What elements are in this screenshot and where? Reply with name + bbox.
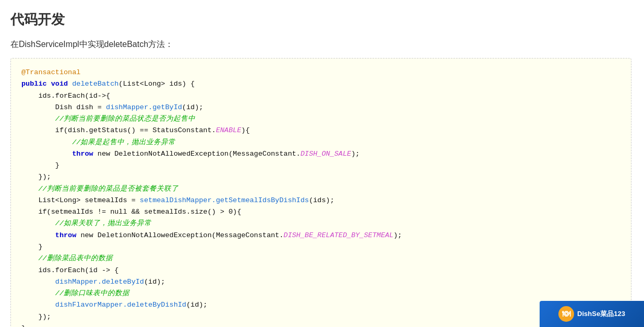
code-line: }); xyxy=(21,171,621,183)
code-line: Dish dish = dishMapper.getById(id); xyxy=(21,102,621,113)
code-line: List<Long> setmealIds = setmealDishMappe… xyxy=(21,195,621,206)
code-line: //删除菜品表中的数据 xyxy=(21,253,621,264)
code-line: dishFlavorMapper.deleteByDishId(id); xyxy=(21,299,621,311)
code-line: throw new DeletionNotAllowedException(Me… xyxy=(21,148,621,160)
code-line: } xyxy=(21,241,621,253)
code-line: //如果关联了，抛出业务异常 xyxy=(21,218,621,229)
watermark-icon: 🍽 xyxy=(558,306,574,322)
code-line: dishMapper.deleteById(id); xyxy=(21,276,621,288)
watermark-text: DishSe菜品123 xyxy=(577,309,625,319)
code-line: }); xyxy=(21,311,621,323)
watermark: 🍽 DishSe菜品123 xyxy=(540,301,644,327)
code-line: ids.forEach(id -> { xyxy=(21,265,621,276)
code-line: if(setmealIds != null && setmealIds.size… xyxy=(21,206,621,218)
code-line: } xyxy=(21,323,621,327)
code-line: //判断当前要删除的菜品是否被套餐关联了 xyxy=(21,183,621,195)
page-container: 代码开发 在DishServiceImpl中实现deleteBatch方法： @… xyxy=(0,0,644,327)
code-line: public void deleteBatch(List<Long> ids) … xyxy=(21,78,621,90)
code-line: //如果是起售中，抛出业务异常 xyxy=(21,137,621,148)
code-line: throw new DeletionNotAllowedException(Me… xyxy=(21,230,621,241)
code-line: } xyxy=(21,160,621,171)
code-line: ids.forEach(id->{ xyxy=(21,90,621,102)
code-block: @Transactionalpublic void deleteBatch(Li… xyxy=(10,58,631,327)
code-line: //删除口味表中的数据 xyxy=(21,288,621,299)
code-line: //判断当前要删除的菜品状态是否为起售中 xyxy=(21,113,621,125)
code-line: @Transactional xyxy=(21,67,621,78)
page-title: 代码开发 xyxy=(10,10,634,29)
subtitle: 在DishServiceImpl中实现deleteBatch方法： xyxy=(10,39,634,50)
code-line: if(dish.getStatus() == StatusConstant.EN… xyxy=(21,125,621,136)
